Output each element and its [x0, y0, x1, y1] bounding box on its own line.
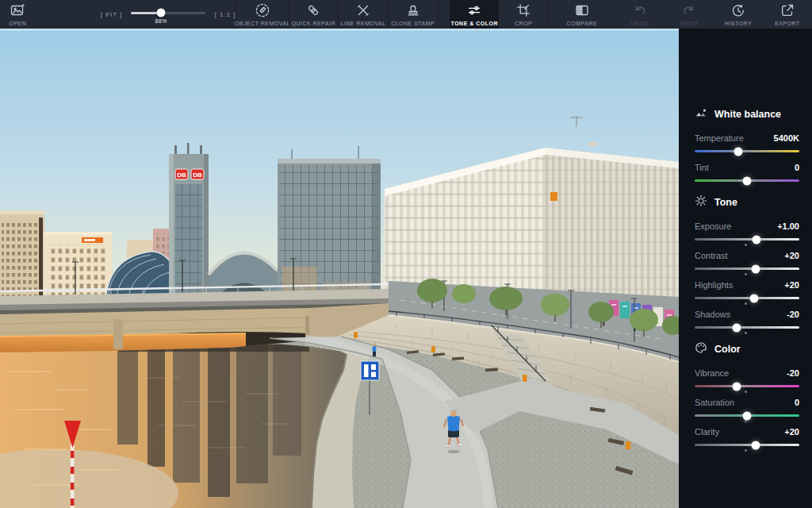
crop-button[interactable]: CROP	[499, 0, 548, 29]
highlights-row: Highlights +20	[695, 280, 799, 299]
default-marker	[745, 273, 747, 275]
saturation-slider-thumb[interactable]	[743, 411, 752, 420]
object-removal-button[interactable]: OBJECT REMOVAL	[236, 0, 289, 29]
db-logo-left: DB	[177, 171, 186, 179]
clarity-label: Clarity	[695, 427, 719, 437]
temperature-slider[interactable]	[695, 150, 799, 152]
zoom-slider-thumb[interactable]	[157, 9, 166, 17]
tint-row: Tint 0	[695, 163, 799, 182]
clone-stamp-button[interactable]: CLONE STAMP	[389, 0, 438, 29]
contrast-row: Contrast +20	[695, 251, 799, 270]
tint-slider[interactable]	[695, 179, 799, 182]
compare-button[interactable]: COMPARE	[549, 0, 615, 29]
exposure-slider-thumb[interactable]	[752, 235, 760, 244]
default-marker	[745, 302, 747, 305]
temperature-slider-thumb[interactable]	[734, 147, 743, 156]
photo-scene: DB DB	[0, 29, 679, 508]
saturation-value: 0	[795, 398, 799, 407]
adjustments-panel: White balance Temperature 5400K Tint 0	[679, 29, 812, 508]
open-image-icon	[10, 2, 25, 18]
sun-icon	[695, 194, 707, 210]
toolbar-gap	[438, 0, 450, 29]
color-section: Color Vibrance -20 Saturation 0	[695, 341, 799, 446]
redo-button[interactable]: REDO	[665, 0, 714, 29]
vibrance-slider-thumb[interactable]	[732, 382, 741, 391]
toolbar: OPEN [ FIT ] 88% [ 1:1 ] OBJECT REMOVAL	[0, 0, 812, 29]
db-logo-right: DB	[193, 171, 202, 179]
photo-canvas[interactable]: DB DB	[0, 29, 679, 508]
highlights-slider[interactable]	[695, 297, 799, 299]
white-balance-header: White balance	[695, 106, 799, 121]
exposure-slider[interactable]	[695, 238, 799, 241]
shadows-slider-thumb[interactable]	[732, 323, 741, 332]
history-button[interactable]: HISTORY	[714, 0, 763, 29]
tone-header: Tone	[695, 194, 799, 210]
exposure-label: Exposure	[695, 221, 731, 231]
default-marker	[745, 391, 747, 393]
default-marker	[745, 420, 747, 422]
clarity-slider-thumb[interactable]	[751, 441, 760, 449]
section-title: Color	[714, 344, 741, 355]
saturation-row: Saturation 0	[695, 398, 799, 417]
history-icon	[730, 2, 746, 18]
photo-editor-app: OPEN [ FIT ] 88% [ 1:1 ] OBJECT REMOVAL	[0, 0, 812, 508]
quick-repair-button[interactable]: QUICK REPAIR	[289, 0, 338, 29]
actual-size-button[interactable]: [ 1:1 ]	[214, 11, 236, 18]
crop-icon	[515, 2, 531, 18]
temperature-row: Temperature 5400K	[695, 133, 799, 152]
default-marker	[745, 244, 747, 246]
undo-icon	[632, 2, 648, 18]
clarity-slider[interactable]	[695, 444, 799, 446]
contrast-label: Contrast	[695, 251, 728, 260]
highlights-label: Highlights	[695, 280, 733, 290]
shadows-label: Shadows	[695, 310, 730, 319]
tone-section: Tone Exposure +1.00 Contrast +20	[695, 194, 799, 329]
default-marker	[745, 449, 747, 452]
object-removal-icon	[255, 2, 270, 18]
tint-value: 0	[795, 163, 799, 172]
open-button[interactable]: OPEN	[0, 0, 36, 29]
tone-color-icon	[466, 2, 482, 18]
tone-color-button[interactable]: TONE & COLOR	[450, 0, 499, 29]
white-balance-section: White balance Temperature 5400K Tint 0	[695, 106, 799, 182]
vibrance-label: Vibrance	[695, 368, 729, 378]
color-header: Color	[695, 341, 799, 356]
tint-slider-thumb[interactable]	[743, 176, 752, 185]
chimney	[40, 218, 43, 299]
quick-repair-icon	[305, 2, 321, 18]
highlights-value: +20	[784, 280, 799, 290]
far-jogger	[373, 343, 377, 356]
default-marker	[745, 332, 747, 334]
export-icon	[779, 2, 795, 18]
undo-button[interactable]: UNDO	[615, 0, 665, 29]
zoom-percent: 88%	[155, 18, 167, 24]
shadows-slider[interactable]	[695, 326, 799, 329]
main-area: DB DB	[0, 29, 812, 508]
zoom-controls: [ FIT ] 88% [ 1:1 ]	[101, 0, 236, 29]
white-balance-icon	[695, 106, 707, 121]
vibrance-slider[interactable]	[695, 385, 799, 387]
redo-icon	[681, 2, 697, 18]
section-title: White balance	[714, 109, 781, 120]
saturation-slider[interactable]	[695, 414, 799, 417]
shadows-value: -20	[787, 310, 799, 319]
clone-stamp-icon	[405, 2, 421, 18]
contrast-slider[interactable]	[695, 267, 799, 270]
river	[0, 344, 347, 508]
contrast-slider-thumb[interactable]	[751, 264, 760, 273]
vibrance-value: -20	[787, 368, 799, 378]
highlights-slider-thumb[interactable]	[750, 294, 759, 302]
exposure-row: Exposure +1.00	[695, 221, 799, 241]
saturation-label: Saturation	[695, 398, 734, 407]
zoom-slider[interactable]: 88%	[131, 12, 205, 14]
section-title: Tone	[714, 197, 737, 208]
tint-label: Tint	[695, 163, 709, 172]
fit-button[interactable]: [ FIT ]	[101, 11, 123, 18]
palette-icon	[695, 341, 707, 356]
compare-icon	[574, 2, 590, 18]
export-button[interactable]: EXPORT	[763, 0, 812, 29]
temperature-label: Temperature	[695, 133, 744, 143]
line-removal-icon	[355, 2, 371, 18]
exposure-value: +1.00	[777, 221, 799, 231]
line-removal-button[interactable]: LINE REMOVAL	[339, 0, 388, 29]
